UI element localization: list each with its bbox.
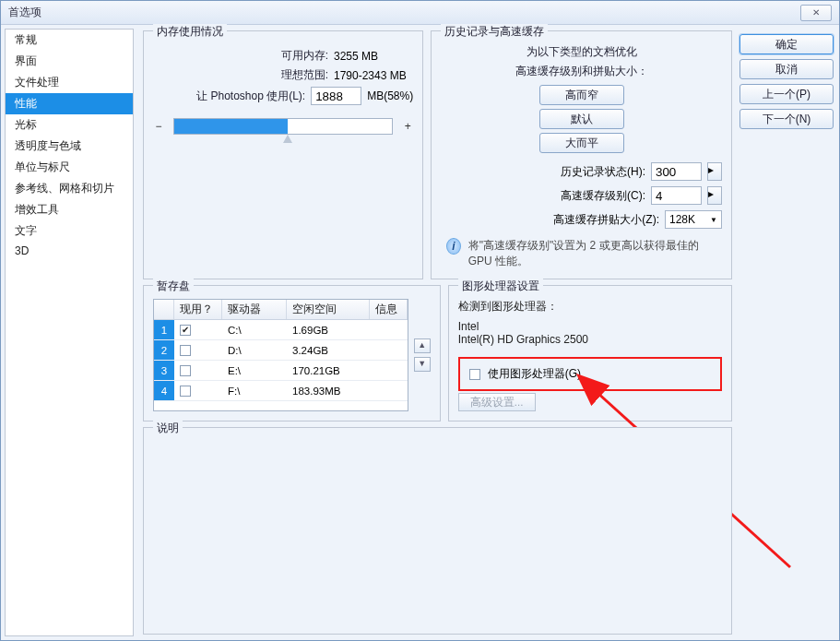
- checkbox[interactable]: ✔: [180, 325, 191, 336]
- info-icon: i: [446, 238, 461, 255]
- use-gpu-highlight: 使用图形处理器(G): [458, 357, 722, 391]
- history-states-input[interactable]: [651, 162, 702, 181]
- slider-thumb-icon[interactable]: [283, 135, 292, 143]
- checkbox[interactable]: [180, 386, 191, 397]
- tall-narrow-button[interactable]: 高而窄: [539, 85, 624, 105]
- content: 常规 界面 文件处理 性能 光标 透明度与色域 单位与标尺 参考线、网格和切片 …: [1, 25, 839, 640]
- sidebar-item-filehandling[interactable]: 文件处理: [6, 72, 133, 93]
- memory-slider[interactable]: [173, 118, 393, 135]
- avail-value: 3255 MB: [334, 50, 378, 63]
- sidebar-item-general[interactable]: 常规: [6, 30, 133, 51]
- checkbox[interactable]: [180, 345, 191, 356]
- tile-size-label: 高速缓存拼贴大小(Z):: [530, 212, 659, 228]
- category-sidebar: 常规 界面 文件处理 性能 光标 透明度与色域 单位与标尺 参考线、网格和切片 …: [5, 29, 134, 636]
- next-button[interactable]: 下一个(N): [739, 109, 834, 129]
- preferences-window: 首选项 ✕ 常规 界面 文件处理 性能 光标 透明度与色域 单位与标尺 参考线、…: [0, 0, 840, 641]
- table-header: 现用？ 驱动器 空闲空间 信息: [154, 300, 408, 320]
- move-up-button[interactable]: ▲: [414, 338, 431, 353]
- memory-group: 内存使用情况 可用内存: 3255 MB 理想范围: 1790-2343 MB …: [143, 30, 423, 279]
- table-row[interactable]: 1 ✔ C:\ 1.69GB: [154, 320, 408, 340]
- sidebar-item-interface[interactable]: 界面: [6, 51, 133, 72]
- prev-button[interactable]: 上一个(P): [739, 84, 834, 104]
- hist-desc2: 高速缓存级别和拼贴大小：: [441, 64, 722, 79]
- chevron-down-icon: ▼: [710, 216, 717, 224]
- table-row[interactable]: 4 F:\ 183.93MB: [154, 381, 408, 401]
- col-info: 信息: [370, 300, 408, 319]
- let-label: 让 Photoshop 使用(L):: [153, 89, 305, 104]
- titlebar: 首选项 ✕: [1, 1, 839, 25]
- col-active: 现用？: [174, 300, 222, 319]
- scratch-disks-group: 暂存盘 现用？ 驱动器 空闲空间 信息 1 ✔: [143, 285, 441, 421]
- sidebar-item-cursors[interactable]: 光标: [6, 114, 133, 136]
- sidebar-item-plugins[interactable]: 增效工具: [6, 199, 133, 220]
- cache-note: i 将"高速缓存级别"设置为 2 或更高以获得最佳的 GPU 性能。: [446, 238, 716, 269]
- gpu-group: 图形处理器设置 检测到图形处理器： Intel Intel(R) HD Grap…: [448, 285, 732, 421]
- table-row[interactable]: 3 E:\ 170.21GB: [154, 361, 408, 381]
- cancel-button[interactable]: 取消: [739, 59, 834, 79]
- scratch-table: 现用？ 驱动器 空闲空间 信息 1 ✔ C:\ 1.69GB: [153, 299, 408, 411]
- close-button[interactable]: ✕: [800, 5, 832, 21]
- cache-levels-spinner[interactable]: ▸: [707, 186, 722, 205]
- plus-icon: +: [402, 120, 413, 133]
- col-drive: 驱动器: [222, 300, 287, 319]
- sidebar-item-performance[interactable]: 性能: [6, 93, 133, 114]
- advanced-settings-button[interactable]: 高级设置...: [458, 393, 536, 411]
- sidebar-item-transparency[interactable]: 透明度与色域: [6, 136, 133, 157]
- ideal-label: 理想范围:: [153, 67, 328, 83]
- main-area: 内存使用情况 可用内存: 3255 MB 理想范围: 1790-2343 MB …: [134, 25, 839, 640]
- default-button[interactable]: 默认: [539, 109, 624, 129]
- gpu-vendor: Intel: [458, 320, 722, 333]
- slider-fill: [174, 119, 288, 134]
- sidebar-item-units[interactable]: 单位与标尺: [6, 157, 133, 178]
- checkbox[interactable]: [180, 365, 191, 376]
- minus-icon: −: [153, 120, 164, 133]
- description-group: 说明: [143, 427, 732, 635]
- gpu-detected-label: 检测到图形处理器：: [458, 299, 722, 315]
- window-title: 首选项: [8, 5, 41, 20]
- gpu-legend: 图形处理器设置: [458, 279, 543, 294]
- table-row[interactable]: 2 D:\ 3.24GB: [154, 340, 408, 361]
- reorder-arrows: ▲ ▼: [414, 299, 431, 411]
- scratch-legend: 暂存盘: [153, 279, 194, 294]
- gpu-model: Intel(R) HD Graphics 2500: [458, 333, 722, 346]
- sidebar-item-type[interactable]: 文字: [6, 220, 133, 242]
- let-input[interactable]: [311, 87, 361, 105]
- memory-legend: 内存使用情况: [153, 24, 227, 40]
- mid-row: 暂存盘 现用？ 驱动器 空闲空间 信息 1 ✔: [143, 285, 732, 421]
- cache-levels-label: 高速缓存级别(C):: [516, 188, 645, 204]
- history-states-label: 历史记录状态(H):: [516, 164, 645, 180]
- description-legend: 说明: [153, 421, 183, 436]
- panels: 内存使用情况 可用内存: 3255 MB 理想范围: 1790-2343 MB …: [143, 30, 732, 635]
- history-legend: 历史记录与高速缓存: [441, 24, 548, 40]
- tile-size-dropdown[interactable]: 128K▼: [665, 210, 722, 229]
- ok-button[interactable]: 确定: [739, 34, 834, 54]
- dialog-buttons: 确定 取消 上一个(P) 下一个(N): [739, 30, 834, 635]
- use-gpu-label: 使用图形处理器(G): [488, 366, 581, 382]
- memory-slider-row: − +: [153, 118, 413, 135]
- use-gpu-checkbox[interactable]: [469, 369, 480, 380]
- history-states-spinner[interactable]: ▸: [707, 162, 722, 181]
- col-free: 空闲空间: [287, 300, 370, 319]
- let-pct: MB(58%): [367, 89, 413, 102]
- sidebar-item-guides[interactable]: 参考线、网格和切片: [6, 178, 133, 199]
- avail-label: 可用内存:: [153, 48, 328, 64]
- cache-levels-input[interactable]: [651, 186, 702, 205]
- big-flat-button[interactable]: 大而平: [539, 133, 624, 153]
- top-row: 内存使用情况 可用内存: 3255 MB 理想范围: 1790-2343 MB …: [143, 30, 732, 279]
- history-cache-group: 历史记录与高速缓存 为以下类型的文档优化 高速缓存级别和拼贴大小： 高而窄 默认…: [431, 30, 732, 279]
- col-index: [154, 300, 174, 319]
- sidebar-item-3d[interactable]: 3D: [6, 242, 133, 260]
- ideal-value: 1790-2343 MB: [334, 69, 407, 82]
- move-down-button[interactable]: ▼: [414, 357, 431, 372]
- cache-note-text: 将"高速缓存级别"设置为 2 或更高以获得最佳的 GPU 性能。: [468, 238, 716, 269]
- hist-desc1: 为以下类型的文档优化: [441, 44, 722, 60]
